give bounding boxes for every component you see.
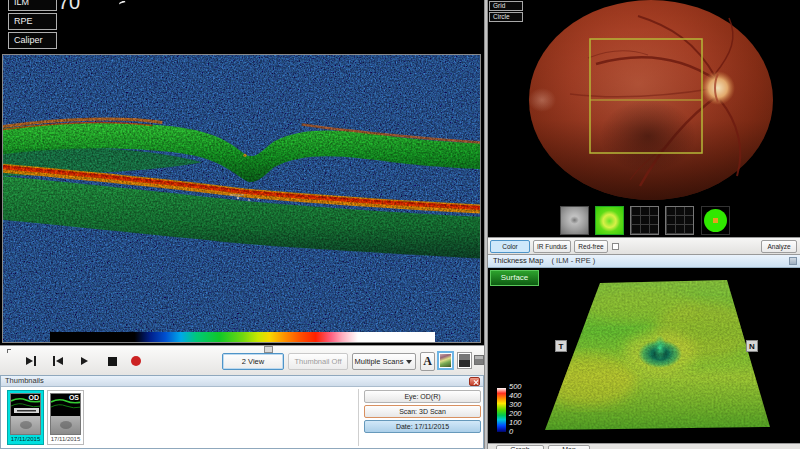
two-view-button[interactable]: 2 View xyxy=(222,353,284,370)
scale-label: 400 xyxy=(509,391,522,400)
scale-label: 100 xyxy=(509,418,522,427)
date-detail-button[interactable]: Date: 17/11/2015 xyxy=(364,420,481,433)
circle-map-icon xyxy=(704,209,727,232)
grayscale-fundus-thumbnail[interactable] xyxy=(560,206,589,235)
eye-os-label: OS xyxy=(69,394,79,401)
oct-intensity-colorbar xyxy=(50,332,435,342)
skip-end-bar-icon xyxy=(34,356,36,366)
play-icon xyxy=(81,357,88,365)
scan-date-label: 17/11/2015 xyxy=(50,436,81,442)
display-option-button[interactable] xyxy=(474,355,484,365)
fundus-viewport: Grid Circle xyxy=(488,0,800,237)
fundus-option-checkbox[interactable] xyxy=(612,243,619,250)
circle-map-thumbnail[interactable] xyxy=(701,206,730,235)
text-annotation-button[interactable]: A xyxy=(420,352,435,371)
scale-label: 500 xyxy=(509,382,522,391)
toolbar-corner-mark xyxy=(7,349,11,353)
grid-map-thumbnail[interactable] xyxy=(665,206,694,235)
red-free-tab[interactable]: Red-free xyxy=(574,240,608,253)
scan-mode-value: Multiple Scans xyxy=(355,357,404,366)
fundus-photo[interactable] xyxy=(488,0,800,237)
record-button[interactable] xyxy=(127,353,145,369)
scan-mode-dropdown[interactable]: Multiple Scans xyxy=(352,353,416,370)
thickness-map-footer: Graph Map xyxy=(488,443,800,449)
circle-tool-button[interactable]: Circle xyxy=(489,12,523,22)
record-icon xyxy=(131,356,141,366)
scan-details-column: Eye: OD(R) Scan: 3D Scan Date: 17/11/201… xyxy=(364,390,481,435)
oct-workstation-window: ILM RPE Caliper 70 2 View Thumbnail Off xyxy=(0,0,800,449)
scan-date-label: 17/11/2015 xyxy=(10,436,41,442)
stop-button[interactable] xyxy=(103,353,121,369)
scan-number-label: 70 xyxy=(58,0,80,14)
nasal-marker: N xyxy=(746,340,758,352)
oct-bscan-viewport: ILM RPE Caliper 70 xyxy=(0,0,484,345)
eye-od-label: OD xyxy=(29,394,40,401)
playback-toolbar: 2 View Thumbnail Off Multiple Scans A xyxy=(0,345,484,375)
skip-to-start-button[interactable] xyxy=(48,353,66,369)
ir-fundus-tab[interactable]: IR Fundus xyxy=(533,240,571,253)
play-button[interactable] xyxy=(75,353,93,369)
color-display-button[interactable] xyxy=(437,351,454,370)
skip-to-end-button[interactable] xyxy=(22,353,40,369)
skip-start-icon xyxy=(56,357,63,365)
thickness-scale-labels: 500 400 300 200 100 0 xyxy=(509,382,522,436)
scan-type-detail-button[interactable]: Scan: 3D Scan xyxy=(364,405,481,418)
eye-detail-button[interactable]: Eye: OD(R) xyxy=(364,390,481,403)
thickness-map-viewport: Surface xyxy=(488,268,800,443)
thickness-colorbar xyxy=(497,388,506,432)
scale-label: 200 xyxy=(509,409,522,418)
thickness-map-header: Thickness Map ( ILM - RPE ) xyxy=(488,255,800,268)
grid-tool-button[interactable]: Grid xyxy=(489,1,523,11)
fundus-mode-toolbar: Color Fundus IR Fundus Red-free Analyze xyxy=(488,237,800,255)
thumbnails-panel-header: Thumbnails xyxy=(1,376,483,387)
grayscale-display-button[interactable] xyxy=(457,352,472,369)
panel-options-icon[interactable] xyxy=(789,257,797,265)
map-view-button[interactable]: Map xyxy=(548,445,590,449)
ilm-tool-button[interactable]: ILM xyxy=(8,0,57,11)
close-panel-button[interactable] xyxy=(469,377,480,386)
caliper-tool-button[interactable]: Caliper xyxy=(8,32,57,49)
frame-slider-thumb[interactable] xyxy=(264,346,273,353)
annotation-mark xyxy=(118,0,126,7)
panel-divider xyxy=(358,389,359,446)
oct-bscan-image[interactable] xyxy=(2,54,481,343)
thickness-3d-surface[interactable] xyxy=(488,268,800,443)
rpe-tool-button[interactable]: RPE xyxy=(8,13,57,30)
grid-map-thumbnail[interactable] xyxy=(630,206,659,235)
skip-end-icon xyxy=(26,357,33,365)
thickness-map-thumbnail[interactable] xyxy=(595,206,624,235)
thickness-map-title: Thickness Map xyxy=(493,256,543,265)
chevron-down-icon xyxy=(406,360,412,364)
scale-label: 300 xyxy=(509,400,522,409)
skip-start-bar-icon xyxy=(53,356,55,366)
scan-thumbnail-os[interactable]: OS 17/11/2015 xyxy=(47,390,84,445)
fundus-thumbnail-strip xyxy=(488,206,800,236)
thumbnails-panel: Thumbnails xyxy=(0,375,484,449)
scale-label: 0 xyxy=(509,427,522,436)
grayscale-icon xyxy=(459,354,470,367)
thumbnail-off-button[interactable]: Thumbnail Off xyxy=(288,353,348,370)
stop-icon xyxy=(108,357,117,366)
thumbnails-panel-body: OD 17/11/2015 OS xyxy=(1,387,483,448)
color-palette-icon xyxy=(440,354,451,367)
scan-thumbnail-od-image: OD xyxy=(10,393,41,435)
graph-view-button[interactable]: Graph xyxy=(496,445,544,449)
right-section: Grid Circle Color Fundus IR Fundus Red-f… xyxy=(488,0,800,449)
thickness-map-range: ( ILM - RPE ) xyxy=(552,256,596,265)
scan-thumbnail-os-image: OS xyxy=(50,393,81,435)
thumbnails-panel-title: Thumbnails xyxy=(5,376,44,385)
color-fundus-tab[interactable]: Color Fundus xyxy=(490,240,530,253)
analyze-button[interactable]: Analyze xyxy=(761,240,797,253)
scan-thumbnail-od[interactable]: OD 17/11/2015 xyxy=(7,390,44,445)
surface-mode-button[interactable]: Surface xyxy=(490,270,539,286)
temporal-marker: T xyxy=(555,340,567,352)
